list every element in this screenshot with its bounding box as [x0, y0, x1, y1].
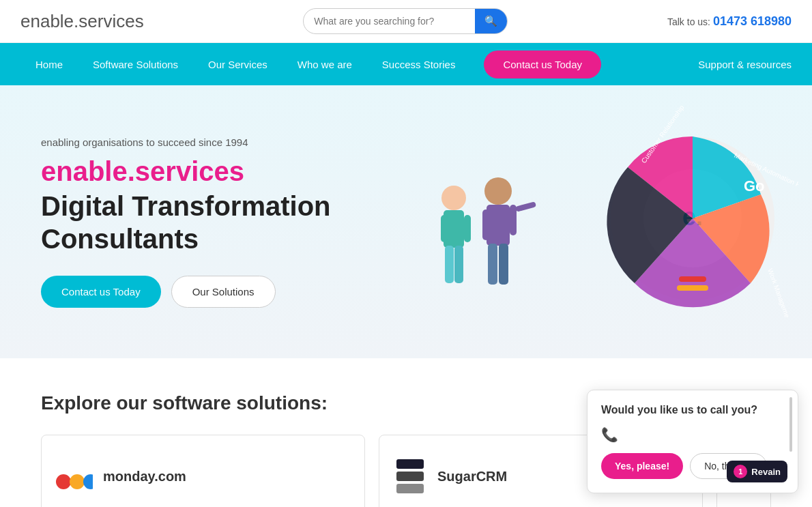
- svg-text:Work Management Platform: Work Management Platform: [766, 267, 798, 317]
- chat-widget: Would you like us to call you? 📞 Yes, pl…: [587, 390, 798, 493]
- search-button[interactable]: 🔍: [475, 9, 507, 33]
- revain-label: Revain: [751, 467, 781, 477]
- svg-rect-4: [441, 215, 448, 242]
- svg-point-22: [56, 474, 71, 489]
- svg-rect-12: [515, 201, 536, 212]
- svg-rect-27: [396, 484, 424, 493]
- svg-rect-7: [487, 205, 510, 246]
- svg-rect-5: [464, 215, 471, 242]
- monday-name: monday.com: [103, 469, 186, 484]
- nav-home[interactable]: Home: [20, 43, 78, 85]
- sugarcrm-icon: [393, 456, 427, 497]
- revain-count: 1: [734, 465, 747, 478]
- svg-rect-11: [510, 205, 517, 235]
- contact-prefix: Talk to us:: [667, 16, 710, 27]
- puzzle-circle: e. Go Customer Relationship Management M…: [587, 106, 798, 317]
- svg-rect-10: [482, 209, 489, 240]
- contact-header: Talk to us: 01473 618980: [667, 14, 792, 29]
- hero-title: Digital Transformation Consultants: [41, 190, 396, 255]
- phone-link[interactable]: 01473 618980: [713, 14, 792, 28]
- nav-software-solutions[interactable]: Software Solutions: [78, 43, 193, 85]
- hero-text: enabling organisations to succeed since …: [41, 136, 396, 308]
- svg-text:Go: Go: [744, 177, 765, 194]
- hero-visual: e. Go Customer Relationship Management M…: [396, 113, 792, 331]
- logo-services: services: [78, 11, 143, 31]
- svg-point-24: [83, 474, 93, 489]
- chat-emoji: 📞: [601, 426, 784, 443]
- monday-logo-icon: [55, 461, 93, 492]
- main-nav: Home Software Solutions Our Services Who…: [0, 43, 812, 85]
- svg-rect-25: [396, 459, 424, 469]
- nav-contact-button[interactable]: Contact us Today: [484, 50, 601, 78]
- hero-contact-button[interactable]: Contact us Today: [41, 276, 161, 308]
- hero-title-line1: Digital Transformation: [41, 191, 331, 221]
- hero-brand: enable.services: [41, 156, 396, 187]
- svg-point-0: [441, 186, 466, 210]
- logo-enable: enable.: [20, 11, 78, 31]
- svg-rect-18: [677, 285, 708, 291]
- revain-badge[interactable]: 1 Revain: [727, 461, 787, 482]
- chat-title: Would you like us to call you?: [601, 404, 784, 416]
- nav-support[interactable]: Support & resources: [698, 59, 792, 70]
- sugarcrm-name: SugarCRM: [437, 469, 507, 484]
- nav-our-services[interactable]: Our Services: [193, 43, 282, 85]
- sugarcrm-logo-icon: [393, 456, 427, 497]
- nav-who-we-are[interactable]: Who we are: [282, 43, 367, 85]
- hero-section: enabling organisations to succeed since …: [0, 85, 812, 358]
- monday-icon: [55, 461, 93, 492]
- svg-rect-9: [499, 244, 508, 285]
- search-input[interactable]: [304, 10, 475, 32]
- site-header: enable.services 🔍 Talk to us: 01473 6189…: [0, 0, 812, 43]
- logo[interactable]: enable.services: [20, 11, 144, 32]
- people-illustration: [416, 160, 553, 338]
- chat-scrollbar: [789, 397, 792, 452]
- svg-rect-2: [445, 246, 454, 283]
- svg-rect-3: [454, 246, 463, 283]
- phone-number: 01473 618980: [713, 14, 792, 28]
- monday-card[interactable]: monday.com: [41, 435, 365, 507]
- svg-point-23: [70, 474, 85, 489]
- hero-buttons: Contact us Today Our Solutions: [41, 276, 396, 308]
- hero-tagline: enabling organisations to succeed since …: [41, 136, 396, 148]
- svg-rect-8: [488, 244, 497, 285]
- nav-success-stories[interactable]: Success Stories: [367, 43, 471, 85]
- svg-rect-26: [396, 472, 424, 481]
- svg-point-6: [484, 177, 512, 205]
- search-bar: 🔍: [303, 8, 508, 34]
- hero-title-line2: Consultants: [41, 224, 199, 254]
- svg-rect-17: [679, 276, 706, 282]
- hero-solutions-button[interactable]: Our Solutions: [171, 276, 276, 308]
- chat-yes-button[interactable]: Yes, please!: [601, 453, 683, 479]
